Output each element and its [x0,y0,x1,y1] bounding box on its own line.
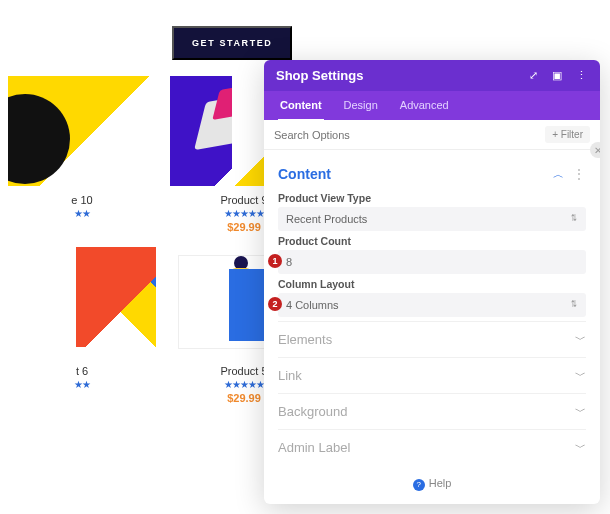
rating-stars-icon: ★★ [8,208,156,219]
product-name: t 6 [8,365,156,377]
more-icon[interactable]: ⋮ [572,166,586,182]
section-title: Link [278,368,302,383]
field-product-view-type: Product View Type Recent Products [278,192,586,231]
section-header-link[interactable]: Link﹀ [278,358,586,393]
chevron-up-icon: ︿ [553,167,564,182]
tab-design[interactable]: Design [342,91,380,120]
field-label: Product View Type [278,192,586,204]
more-icon[interactable]: ⋮ [574,69,588,83]
chevron-down-icon: ﹀ [575,440,586,455]
help-label: Help [429,477,452,489]
field-column-layout: Column Layout 2 4 Columns [278,278,586,317]
help-icon: ? [413,479,425,491]
field-label: Column Layout [278,278,586,290]
section-title: Elements [278,332,332,347]
tab-content[interactable]: Content [278,91,324,121]
settings-panel: Shop Settings ⤢ ▣ ⋮ Content Design Advan… [264,60,600,504]
annotation-marker: 1 [268,254,282,268]
product-count-input[interactable] [278,250,586,274]
product-card[interactable]: e 10 ★★ [8,76,156,233]
product-view-type-select[interactable]: Recent Products [278,207,586,231]
filter-button[interactable]: + Filter [545,126,590,143]
rating-stars-icon: ★★ [8,379,156,390]
content-section: Content ︿ ⋮ Product View Type Recent Pro… [264,150,600,321]
product-thumb [8,76,156,186]
column-layout-select[interactable]: 4 Columns [278,293,586,317]
section-header-content[interactable]: Content ︿ ⋮ [278,160,586,188]
product-name: e 10 [8,194,156,206]
layout-toggle-icon[interactable]: ▣ [550,69,564,83]
section-title: Background [278,404,347,419]
expand-icon[interactable]: ⤢ [526,69,540,83]
product-card[interactable]: t 6 ★★ [8,247,156,404]
field-product-count: Product Count 1 [278,235,586,274]
collapsed-sections: Elements﹀ Link﹀ Background﹀ Admin Label﹀ [264,321,600,465]
tabs: Content Design Advanced [264,91,600,120]
product-thumb [8,247,156,357]
section-title: Admin Label [278,440,350,455]
tab-advanced[interactable]: Advanced [398,91,451,120]
chevron-down-icon: ﹀ [575,332,586,347]
annotation-marker: 2 [268,297,282,311]
section-header-admin-label[interactable]: Admin Label﹀ [278,430,586,465]
panel-header: Shop Settings ⤢ ▣ ⋮ Content Design Advan… [264,60,600,120]
help-link[interactable]: ?Help [264,465,600,504]
search-row: + Filter [264,120,600,150]
search-input[interactable] [274,129,545,141]
panel-title: Shop Settings [276,68,526,83]
section-title: Content [278,166,331,182]
section-header-background[interactable]: Background﹀ [278,394,586,429]
get-started-button[interactable]: GET STARTED [172,26,292,60]
field-label: Product Count [278,235,586,247]
chevron-down-icon: ﹀ [575,404,586,419]
section-header-elements[interactable]: Elements﹀ [278,322,586,357]
chevron-down-icon: ﹀ [575,368,586,383]
close-icon[interactable]: ✕ [590,142,600,158]
